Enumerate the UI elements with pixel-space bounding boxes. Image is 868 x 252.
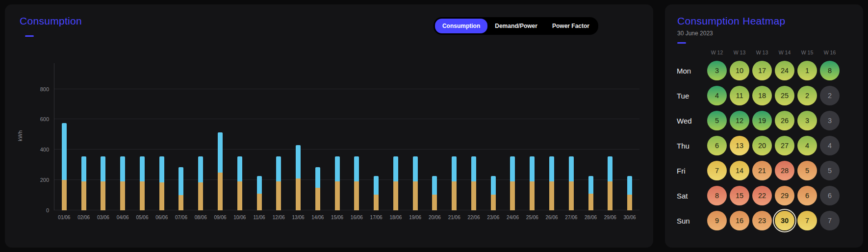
heatmap-day-cell[interactable]: 24	[775, 61, 794, 80]
bar-stack	[413, 156, 418, 210]
heatmap-day-cell[interactable]: 7	[820, 211, 840, 230]
heatmap-day-cell[interactable]: 18	[752, 86, 772, 105]
heatmap-day-cell[interactable]: 5	[797, 161, 817, 180]
bar-segment-top	[413, 156, 418, 181]
heatmap-day-cell[interactable]: 2	[820, 86, 840, 105]
bar-segment-top	[510, 156, 515, 181]
x-tick-label: 13/06	[292, 215, 305, 220]
heatmap-day-cell[interactable]: 6	[797, 186, 817, 205]
x-tick-label: 18/06	[389, 215, 402, 220]
bar-slot: 23/06	[484, 63, 503, 210]
heatmap-day-cell[interactable]: 17	[752, 61, 772, 80]
bar-segment-top	[101, 156, 105, 181]
week-label: W 13	[734, 50, 746, 55]
heatmap-day-cell[interactable]: 5	[707, 111, 727, 130]
bar-stack	[198, 156, 203, 210]
heatmap-day-cell[interactable]: 20	[752, 136, 772, 155]
bar-slot: 26/06	[542, 63, 562, 210]
heatmap-day-cell[interactable]: 8	[707, 186, 727, 205]
x-tick-label: 19/06	[409, 215, 421, 220]
heatmap-day-cell[interactable]: 29	[775, 186, 794, 205]
bar-slot: 12/06	[269, 63, 288, 210]
bar-stack	[354, 156, 359, 210]
heatmap-day-cell[interactable]: 19	[752, 111, 772, 130]
bar-segment-bottom	[393, 181, 398, 210]
heatmap-day-cell[interactable]: 4	[797, 136, 817, 155]
bar-segment-top	[354, 156, 359, 181]
heatmap-day-cell[interactable]: 3	[797, 111, 817, 130]
bar-stack	[257, 176, 262, 210]
heatmap-day-cell[interactable]: 13	[730, 136, 749, 155]
bar-segment-bottom	[257, 194, 262, 210]
bar-stack	[159, 156, 164, 210]
week-label: W 16	[824, 50, 836, 55]
heatmap-day-cell[interactable]: 2	[797, 86, 817, 105]
bar-stack	[374, 176, 379, 210]
heatmap-day-cell[interactable]: 7	[797, 211, 817, 230]
x-tick-label: 09/06	[214, 215, 226, 220]
heatmap-day-cell[interactable]: 15	[730, 186, 749, 205]
x-tick-label: 27/06	[565, 215, 577, 220]
heatmap-day-cell[interactable]: 21	[752, 161, 772, 180]
bar-stack	[179, 167, 183, 210]
x-tick-label: 02/06	[77, 215, 90, 220]
heatmap-day-cell[interactable]: 30	[775, 211, 794, 230]
bar-segment-bottom	[315, 188, 320, 210]
bar-stack	[627, 176, 632, 210]
bar-segment-bottom	[218, 173, 223, 210]
x-tick-label: 12/06	[273, 215, 285, 220]
bar-segment-top	[627, 176, 632, 194]
heatmap-day-cell[interactable]: 4	[707, 86, 727, 105]
bar-segment-bottom	[627, 195, 632, 210]
heatmap-panel: Consumption Heatmap 30 June 2023 W 12W 1…	[665, 4, 863, 248]
bar-stack	[296, 145, 301, 210]
heatmap-day-cell[interactable]: 5	[820, 161, 840, 180]
heatmap-day-cell[interactable]: 6	[707, 136, 727, 155]
heatmap-day-cell[interactable]: 4	[820, 136, 840, 155]
heatmap-day-cell[interactable]: 16	[730, 211, 749, 230]
x-tick-label: 16/06	[351, 215, 363, 220]
heatmap-day-cell[interactable]: 1	[797, 61, 817, 80]
heatmap-day-cell[interactable]: 9	[707, 211, 727, 230]
tab-power-factor[interactable]: Power Factor	[545, 19, 597, 33]
day-row-label: Sat	[676, 192, 688, 200]
heatmap-day-cell[interactable]: 28	[775, 161, 794, 180]
heatmap-day-cell[interactable]: 7	[707, 161, 727, 180]
bar-slot: 03/06	[94, 63, 113, 210]
bar-slot: 13/06	[288, 63, 308, 210]
bar-stack	[218, 132, 223, 210]
heatmap-day-cell[interactable]: 3	[820, 111, 840, 130]
heatmap-day-cell[interactable]: 22	[752, 186, 772, 205]
bar-segment-top	[159, 156, 164, 182]
heatmap-day-cell[interactable]: 25	[775, 86, 794, 105]
x-tick-label: 15/06	[331, 215, 343, 220]
bar-segment-top	[198, 156, 203, 182]
tab-consumption[interactable]: Consumption	[435, 19, 487, 33]
heatmap-day-cell[interactable]: 6	[820, 186, 840, 205]
heatmap-day-cell[interactable]: 14	[730, 161, 749, 180]
bar-segment-bottom	[569, 181, 574, 210]
bar-segment-top	[569, 156, 574, 181]
heatmap-day-cell[interactable]: 8	[820, 61, 840, 80]
bar-slot: 08/06	[191, 63, 210, 210]
y-tick-label: 400	[40, 147, 49, 152]
heatmap-day-cell[interactable]: 23	[752, 211, 772, 230]
heatmap-day-cell[interactable]: 11	[730, 86, 749, 105]
x-tick-label: 08/06	[195, 215, 207, 220]
bar-stack	[81, 156, 86, 210]
bar-segment-top	[257, 176, 262, 194]
heatmap-day-cell[interactable]: 12	[730, 111, 749, 130]
bar-segment-top	[81, 156, 86, 181]
bar-slot: 16/06	[347, 63, 366, 210]
bar-stack	[432, 176, 437, 210]
x-tick-label: 25/06	[526, 215, 538, 220]
heatmap-day-cell[interactable]: 27	[775, 136, 794, 155]
bar-slot: 14/06	[308, 63, 328, 210]
week-label: W 15	[801, 50, 814, 55]
heatmap-day-cell[interactable]: 10	[730, 61, 749, 80]
heatmap-day-cell[interactable]: 26	[775, 111, 794, 130]
bar-slot: 24/06	[503, 63, 523, 210]
x-tick-label: 07/06	[175, 215, 187, 220]
tab-demand-power[interactable]: Demand/Power	[487, 19, 545, 33]
heatmap-day-cell[interactable]: 3	[707, 61, 727, 80]
